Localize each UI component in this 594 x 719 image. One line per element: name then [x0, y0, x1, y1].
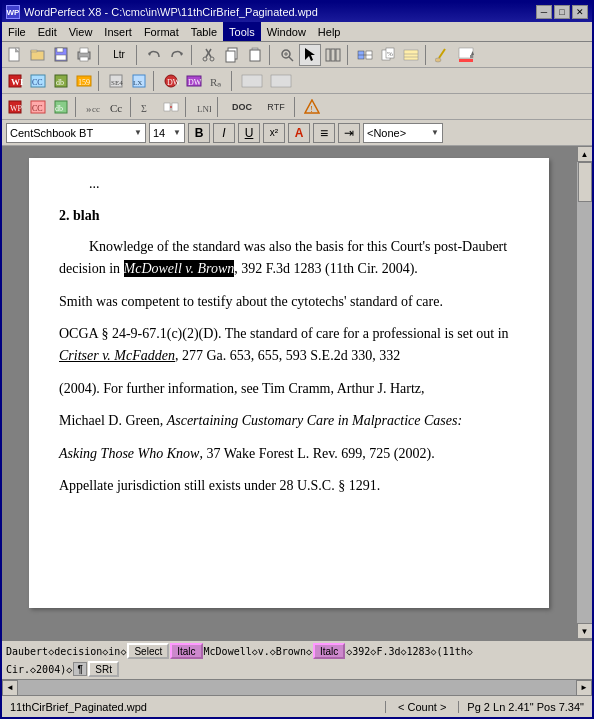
- tb3-btn9[interactable]: !: [301, 96, 323, 118]
- svg-text:DW: DW: [167, 78, 179, 87]
- svg-text:DW: DW: [188, 78, 202, 87]
- font-size-text: 14: [153, 127, 165, 139]
- cursor-button[interactable]: [299, 44, 321, 66]
- title-bar: WP WordPerfect X8 - C:\cmc\in\WP\11thCir…: [2, 2, 592, 22]
- tb2-btn8[interactable]: DW: [183, 70, 205, 92]
- hscroll-right-button[interactable]: ►: [576, 680, 592, 696]
- sep-tb3-3: [185, 97, 189, 117]
- style-dropdown[interactable]: <None> ▼: [363, 123, 443, 143]
- tb2-btn3[interactable]: db: [50, 70, 72, 92]
- open-button[interactable]: [27, 44, 49, 66]
- status-filename: 11thCirBrief_Paginated.wpd: [2, 701, 386, 713]
- more-btn1[interactable]: [354, 44, 376, 66]
- title-bar-left: WP WordPerfect X8 - C:\cmc\in\WP\11thCir…: [6, 5, 318, 19]
- tb3-btn7[interactable]: [160, 96, 182, 118]
- title-bar-controls: ─ □ ✕: [536, 5, 588, 19]
- align-button[interactable]: ≡: [313, 123, 335, 143]
- tb3-btn2[interactable]: CC: [27, 96, 49, 118]
- tb2-btn10[interactable]: [238, 70, 266, 92]
- print-button[interactable]: [73, 44, 95, 66]
- tb2-btn2[interactable]: CC: [27, 70, 49, 92]
- svg-text:cc: cc: [92, 104, 100, 114]
- hscroll-track[interactable]: [18, 680, 576, 696]
- bold-button[interactable]: B: [188, 123, 210, 143]
- tb3-btn4[interactable]: »cc: [82, 96, 104, 118]
- style-arrow: ▼: [431, 128, 439, 137]
- reveal-italic-start[interactable]: Italc: [170, 643, 202, 659]
- hscroll-left-button[interactable]: ◄: [2, 680, 18, 696]
- tb2-btn11[interactable]: [267, 70, 295, 92]
- menu-insert[interactable]: Insert: [98, 22, 138, 41]
- cut-button[interactable]: [198, 44, 220, 66]
- paste-button[interactable]: [244, 44, 266, 66]
- paintbrush-button[interactable]: [432, 44, 454, 66]
- reveal-select-button[interactable]: Select: [127, 643, 169, 659]
- close-button[interactable]: ✕: [572, 5, 588, 19]
- tb2-btn5[interactable]: SE4: [105, 70, 127, 92]
- font-name-text: CentSchbook BT: [10, 127, 93, 139]
- svg-rect-26: [336, 49, 340, 61]
- reveal-sr-token: ¶: [73, 662, 87, 676]
- svg-rect-72: [172, 103, 178, 111]
- tb3-btn8[interactable]: LNBL: [192, 96, 214, 118]
- tb3-btn1[interactable]: WP: [4, 96, 26, 118]
- menu-format[interactable]: Format: [138, 22, 185, 41]
- menu-edit[interactable]: Edit: [32, 22, 63, 41]
- tb2-btn1[interactable]: WP: [4, 70, 26, 92]
- separator4: [269, 45, 273, 65]
- underline-button[interactable]: U: [238, 123, 260, 143]
- svg-rect-7: [80, 48, 88, 53]
- sep-tb2-2: [153, 71, 157, 91]
- tb2-btn4[interactable]: 159: [73, 70, 95, 92]
- scroll-up-button[interactable]: ▲: [577, 146, 593, 162]
- menu-file[interactable]: File: [2, 22, 32, 41]
- menu-view[interactable]: View: [63, 22, 99, 41]
- svg-point-13: [203, 57, 207, 61]
- ltr-button[interactable]: Ltr: [105, 44, 133, 66]
- color-button[interactable]: A: [288, 123, 310, 143]
- zoom-button[interactable]: [276, 44, 298, 66]
- status-position: Pg 2 Ln 2.41" Pos 7.34": [459, 701, 592, 713]
- tb3-btn5[interactable]: Cc: [105, 96, 127, 118]
- scroll-down-button[interactable]: ▼: [577, 623, 593, 639]
- tb2-btn6[interactable]: LX: [128, 70, 150, 92]
- minimize-button[interactable]: ─: [536, 5, 552, 19]
- paragraph1: Knowledge of the standard was also the b…: [59, 236, 519, 281]
- svg-rect-2: [31, 50, 37, 52]
- reveal-srt-button[interactable]: SRt: [88, 661, 119, 677]
- tb2-btn7[interactable]: DW: [160, 70, 182, 92]
- menu-tools[interactable]: Tools: [223, 22, 261, 41]
- save-button[interactable]: [50, 44, 72, 66]
- tb3-btn3[interactable]: db: [50, 96, 72, 118]
- copy-button[interactable]: [221, 44, 243, 66]
- columns-button[interactable]: [322, 44, 344, 66]
- menu-help[interactable]: Help: [312, 22, 347, 41]
- tb3-doc[interactable]: DOC: [224, 96, 260, 118]
- more-btn3[interactable]: [400, 44, 422, 66]
- svg-text:Cc: Cc: [110, 102, 122, 114]
- status-bar: 11thCirBrief_Paginated.wpd < Count > Pg …: [2, 695, 592, 717]
- tb2-btn9[interactable]: Rₐ: [206, 70, 228, 92]
- undo-button[interactable]: [143, 44, 165, 66]
- menu-table[interactable]: Table: [185, 22, 223, 41]
- tb3-btn6[interactable]: Σ: [137, 96, 159, 118]
- scroll-thumb[interactable]: [578, 162, 592, 202]
- reveal-italic-end[interactable]: Italc: [313, 643, 345, 659]
- svg-line-20: [289, 57, 293, 61]
- color-btn[interactable]: [455, 44, 477, 66]
- font-size-arrow: ▼: [173, 128, 181, 137]
- indent-button[interactable]: ⇥: [338, 123, 360, 143]
- more-btn2[interactable]: %: [377, 44, 399, 66]
- svg-text:»: »: [86, 102, 92, 114]
- font-name-dropdown[interactable]: CentSchbook BT ▼: [6, 123, 146, 143]
- italic-button[interactable]: I: [213, 123, 235, 143]
- redo-button[interactable]: [166, 44, 188, 66]
- font-size-dropdown[interactable]: 14 ▼: [149, 123, 185, 143]
- menu-window[interactable]: Window: [261, 22, 312, 41]
- restore-button[interactable]: □: [554, 5, 570, 19]
- superscript-button[interactable]: x²: [263, 123, 285, 143]
- tb3-rtf[interactable]: RTF: [261, 96, 291, 118]
- scroll-track[interactable]: [577, 162, 593, 623]
- new-button[interactable]: [4, 44, 26, 66]
- format-bar: CentSchbook BT ▼ 14 ▼ B I U x² A ≡ ⇥ <No…: [2, 120, 592, 146]
